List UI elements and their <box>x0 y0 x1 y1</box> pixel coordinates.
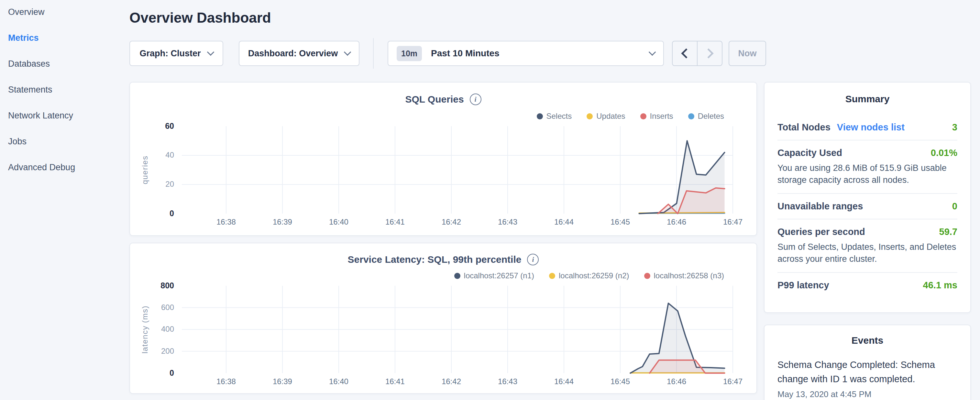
x-tick-label: 16:46 <box>657 217 696 226</box>
legend-item-updates[interactable]: Updates <box>587 112 625 121</box>
summary-row-line: P99 latency46.1 ms <box>778 280 957 291</box>
info-icon[interactable]: i <box>470 94 481 105</box>
x-tick-label: 16:43 <box>488 217 527 226</box>
summary-row-label: Capacity Used <box>778 148 842 158</box>
summary-row-p99-latency: P99 latency46.1 ms <box>778 273 957 298</box>
legend-label: Updates <box>596 112 625 121</box>
summary-row-value: 46.1 ms <box>923 280 957 291</box>
legend-item-inserts[interactable]: Inserts <box>640 112 673 121</box>
dashboard-dropdown[interactable]: Dashboard: Overview <box>239 41 360 66</box>
sidebar-item-databases[interactable]: Databases <box>8 59 75 70</box>
sidebar-item-advanced-debug[interactable]: Advanced Debug <box>8 163 75 174</box>
chart-svg[interactable] <box>182 126 733 214</box>
time-range-badge: 10m <box>397 46 422 61</box>
y-tick-label: 40 <box>165 150 174 159</box>
sidebar-nav: OverviewMetricsDatabasesStatementsNetwor… <box>8 7 75 188</box>
summary-row-subtext: You are using 28.6 MiB of 515.9 GiB usab… <box>778 162 957 186</box>
x-tick-label: 16:44 <box>544 377 583 386</box>
summary-row-line: Total NodesView nodes list3 <box>778 122 957 133</box>
summary-panel: Summary Total NodesView nodes list3Capac… <box>764 82 971 313</box>
y-tick-label: 600 <box>161 303 174 312</box>
dashboard-controls: Graph: Cluster Dashboard: Overview 10m P… <box>129 41 766 66</box>
event-item: Schema Change Completed: Schema change w… <box>778 358 957 399</box>
info-icon[interactable]: i <box>527 254 539 265</box>
legend-label: localhost:26259 (n2) <box>559 271 629 280</box>
time-pager <box>672 41 722 66</box>
chart-title: Service Latency: SQL, 99th percentile i <box>348 254 539 265</box>
legend-item-selects[interactable]: Selects <box>537 112 572 121</box>
chart-plot-area[interactable] <box>182 286 733 373</box>
prev-time-button[interactable] <box>673 41 697 65</box>
x-tick-label: 16:43 <box>488 377 527 386</box>
controls-divider <box>373 38 374 69</box>
x-tick-label: 16:44 <box>544 217 583 226</box>
chart-svg[interactable] <box>182 286 733 373</box>
summary-rows: Total NodesView nodes list3Capacity Used… <box>778 115 957 298</box>
sidebar-item-network-latency[interactable]: Network Latency <box>8 111 75 122</box>
x-tick-label: 16:40 <box>319 217 358 226</box>
x-tick-label: 16:41 <box>375 217 414 226</box>
graph-scope-dropdown[interactable]: Graph: Cluster <box>129 41 223 66</box>
sidebar-item-statements[interactable]: Statements <box>8 85 75 96</box>
x-tick-label: 16:42 <box>432 377 471 386</box>
graph-scope-label: Graph: Cluster <box>140 49 200 59</box>
y-tick-label: 400 <box>161 325 174 334</box>
x-tick-label: 16:38 <box>207 377 245 386</box>
overview-dashboard-page: OverviewMetricsDatabasesStatementsNetwor… <box>0 0 980 400</box>
chevron-down-icon <box>344 49 352 56</box>
chart-plot-area[interactable] <box>182 126 733 214</box>
x-tick-label: 16:42 <box>432 217 471 226</box>
now-button[interactable]: Now <box>729 41 766 66</box>
chart-title: SQL Queries i <box>405 94 481 105</box>
x-tick-label: 16:45 <box>601 377 640 386</box>
legend-item-deletes[interactable]: Deletes <box>688 112 724 121</box>
view-nodes-list-link[interactable]: View nodes list <box>837 122 905 133</box>
events-list: Schema Change Completed: Schema change w… <box>778 358 957 399</box>
chart-legend: localhost:26257 (n1)localhost:26259 (n2)… <box>454 271 724 280</box>
legend-item-localhost-26257-n1[interactable]: localhost:26257 (n1) <box>454 271 534 280</box>
chevron-down-icon <box>207 49 214 56</box>
legend-label: localhost:26257 (n1) <box>464 271 534 280</box>
legend-label: Inserts <box>650 112 673 121</box>
summary-row-label: Queries per second <box>778 226 865 237</box>
sidebar-item-jobs[interactable]: Jobs <box>8 137 75 148</box>
y-tick-label: 200 <box>161 347 174 356</box>
chevron-right-icon <box>703 48 713 58</box>
events-panel: Events Schema Change Completed: Schema c… <box>764 325 971 400</box>
legend-item-localhost-26258-n3[interactable]: localhost:26258 (n3) <box>644 271 724 280</box>
x-axis-tick-labels: 16:3816:3916:4016:4116:4216:4316:4416:45… <box>182 377 733 387</box>
chevron-down-icon <box>649 49 656 56</box>
legend-item-localhost-26259-n2[interactable]: localhost:26259 (n2) <box>549 271 629 280</box>
legend-dot-icon <box>688 113 694 120</box>
y-tick-label: 800 <box>161 281 174 290</box>
y-axis-tick-labels: 8006004002000 <box>130 286 178 373</box>
legend-dot-icon <box>640 113 646 120</box>
summary-row-capacity-used: Capacity Used0.01%You are using 28.6 MiB… <box>778 140 957 194</box>
legend-label: Deletes <box>698 112 724 121</box>
x-tick-label: 16:47 <box>713 377 752 386</box>
chart-title-text: SQL Queries <box>405 94 464 105</box>
time-range-dropdown[interactable]: 10m Past 10 Minutes <box>388 41 664 66</box>
sidebar-item-metrics[interactable]: Metrics <box>8 33 75 44</box>
chevron-left-icon <box>681 48 691 58</box>
summary-row-total-nodes: Total NodesView nodes list3 <box>778 115 957 140</box>
events-heading: Events <box>778 335 957 346</box>
event-text: Schema Change Completed: Schema change w… <box>778 358 957 386</box>
y-tick-label: 0 <box>170 368 174 378</box>
sql-queries-chart-card: SQL Queries i SelectsUpdatesInsertsDelet… <box>129 82 757 236</box>
legend-dot-icon <box>644 273 650 279</box>
summary-row-queries-per-second: Queries per second59.7Sum of Selects, Up… <box>778 220 957 273</box>
service-latency-chart-card: Service Latency: SQL, 99th percentile i … <box>129 243 757 394</box>
summary-row-value: 59.7 <box>939 226 957 237</box>
legend-label: localhost:26258 (n3) <box>654 271 724 280</box>
x-tick-label: 16:38 <box>207 217 245 226</box>
next-time-button[interactable] <box>697 41 722 65</box>
summary-row-value: 0.01% <box>931 148 957 158</box>
sidebar-item-overview[interactable]: Overview <box>8 7 75 18</box>
summary-row-label: Unavailable ranges <box>778 201 863 212</box>
summary-heading: Summary <box>778 94 957 105</box>
legend-dot-icon <box>454 273 460 279</box>
summary-row-label: Total Nodes <box>778 122 830 133</box>
chart-legend: SelectsUpdatesInsertsDeletes <box>537 112 724 121</box>
time-range-label: Past 10 Minutes <box>431 48 500 59</box>
